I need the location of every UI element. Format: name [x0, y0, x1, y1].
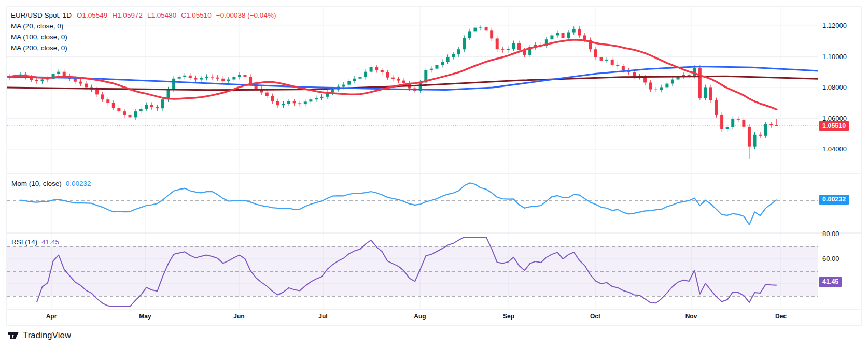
tradingview-logo-text: TradingView: [23, 330, 71, 340]
ma20-legend[interactable]: MA (20, close, 0): [11, 21, 281, 32]
candle: [616, 65, 619, 66]
candle: [457, 49, 460, 54]
candle: [172, 79, 175, 90]
momentum-label: Mom (10, close): [11, 180, 62, 187]
candle: [654, 90, 657, 90]
month-label-oct: Oct: [590, 313, 600, 320]
candle: [200, 78, 203, 80]
candle: [665, 84, 668, 88]
candle: [123, 111, 126, 115]
candle: [446, 57, 450, 62]
chart-window: EUR/USD Spot, 1DO1.05549H1.05972L1.05480…: [0, 0, 868, 349]
candle: [293, 101, 296, 104]
candle: [304, 101, 307, 104]
ohlc-close: C1.05510: [181, 11, 212, 19]
candle: [397, 79, 400, 81]
candle: [441, 62, 444, 65]
candle: [298, 103, 301, 104]
candle: [567, 32, 570, 38]
candle: [161, 99, 164, 108]
candle: [512, 43, 515, 49]
candle: [611, 60, 614, 65]
candle: [342, 85, 345, 87]
candle: [353, 79, 356, 81]
tradingview-logo-icon: [7, 331, 19, 340]
last-price-badge: 1.05510: [819, 121, 849, 131]
candle: [249, 77, 252, 83]
candle: [490, 30, 493, 38]
candle: [430, 69, 433, 70]
ma100-legend[interactable]: MA (100, close, 0): [11, 32, 281, 42]
ohlc-open: O1.05549: [77, 11, 107, 19]
candle: [726, 127, 729, 129]
ohlc-low: L1.05480: [147, 11, 176, 19]
candle: [134, 111, 137, 117]
candle: [753, 135, 757, 147]
symbol-title[interactable]: EUR/USD Spot, 1D: [11, 11, 72, 19]
price-axis-label: 1.04000: [822, 145, 847, 153]
candle: [391, 78, 395, 79]
candle: [211, 77, 214, 77]
candle: [769, 124, 773, 125]
candle: [731, 119, 734, 127]
candle: [479, 27, 482, 27]
candle: [194, 78, 197, 80]
candle: [57, 72, 60, 74]
candle: [216, 78, 219, 79]
candle: [205, 77, 208, 78]
candle: [244, 75, 247, 77]
ma200-legend[interactable]: MA (200, close, 0): [11, 42, 281, 53]
candle: [79, 82, 82, 84]
candle: [221, 79, 225, 81]
candle: [85, 84, 88, 88]
month-label-sep: Sep: [503, 313, 514, 320]
candle: [183, 76, 186, 77]
candle: [331, 90, 334, 93]
candle: [517, 43, 521, 50]
candle: [704, 87, 707, 98]
candle: [370, 67, 373, 72]
candle: [698, 68, 702, 98]
candle: [276, 101, 279, 105]
candle: [759, 135, 762, 136]
candle: [709, 87, 712, 100]
candle: [232, 77, 235, 80]
candle: [101, 94, 104, 99]
candle: [63, 72, 66, 76]
candle: [501, 49, 504, 50]
month-label-jul: Jul: [318, 313, 327, 320]
candle: [622, 66, 625, 70]
candle: [189, 76, 192, 78]
candle: [178, 77, 181, 79]
candle: [145, 105, 148, 109]
candle: [227, 80, 230, 82]
tradingview-logo[interactable]: TradingView: [7, 330, 71, 340]
rsi-legend[interactable]: RSI (14)41.45: [11, 238, 59, 246]
candle: [572, 29, 576, 33]
price-axis-label: 1.10000: [822, 53, 847, 61]
candle: [139, 109, 143, 111]
candle: [562, 33, 565, 38]
candle: [578, 29, 581, 35]
month-label-jun: Jun: [233, 313, 244, 320]
candle: [463, 38, 466, 49]
momentum-line: [20, 183, 777, 225]
candle: [671, 80, 674, 84]
candle: [605, 60, 608, 61]
candle: [452, 54, 455, 57]
candle: [660, 87, 663, 90]
rsi-axis-label: 80.00: [822, 230, 839, 238]
momentum-legend[interactable]: Mom (10, close)0.00232: [11, 180, 91, 187]
candle: [320, 97, 323, 98]
candle: [129, 115, 132, 117]
symbol-legend-row[interactable]: EUR/USD Spot, 1DO1.05549H1.05972L1.05480…: [11, 10, 281, 21]
candle: [282, 104, 285, 105]
candle: [150, 105, 153, 107]
month-label-aug: Aug: [414, 313, 426, 320]
rsi-value: 41.45: [41, 238, 59, 246]
candle: [715, 100, 718, 115]
legend: EUR/USD Spot, 1DO1.05549H1.05972L1.05480…: [11, 10, 281, 53]
candle: [737, 119, 740, 120]
candle: [364, 72, 367, 77]
price-axis-label: 1.08000: [822, 83, 847, 91]
